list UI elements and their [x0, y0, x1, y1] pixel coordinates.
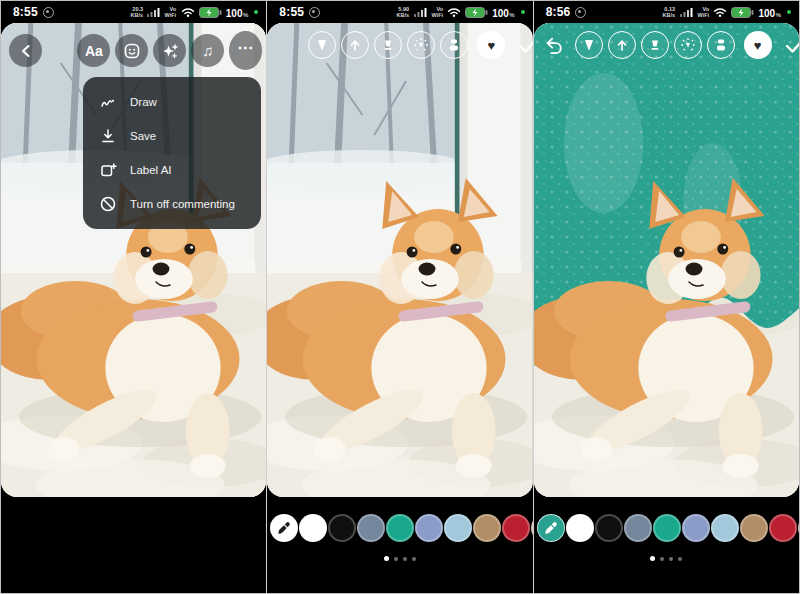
- net-speed: 5.90 KB/s: [396, 6, 409, 17]
- color-swatch[interactable]: [386, 514, 414, 542]
- color-swatch[interactable]: [531, 514, 532, 542]
- done-button[interactable]: [782, 32, 799, 58]
- eyedropper-button[interactable]: [537, 514, 565, 542]
- color-swatch[interactable]: [769, 514, 797, 542]
- eraser-tool-button[interactable]: [707, 31, 735, 59]
- color-swatch[interactable]: [444, 514, 472, 542]
- undo-button[interactable]: [542, 33, 566, 57]
- color-swatch[interactable]: [798, 514, 799, 542]
- status-right: 20.3 KB/s Vo WiFi 100%: [130, 3, 259, 21]
- status-bar: 8:55 5.90 KB/s Vo WiFi 100%: [267, 1, 532, 23]
- music-button[interactable]: ♫: [191, 34, 224, 67]
- check-icon: [517, 36, 532, 54]
- marker-icon: [380, 37, 396, 53]
- neon-tool-button[interactable]: [674, 31, 702, 59]
- pen-tool-button[interactable]: [575, 31, 603, 59]
- color-swatch[interactable]: [357, 514, 385, 542]
- neon-tool-button[interactable]: [407, 31, 435, 59]
- eraser-tool-button[interactable]: [440, 31, 468, 59]
- status-right: 5.90 KB/s Vo WiFi 100%: [396, 3, 525, 21]
- page-dot: [403, 557, 407, 561]
- color-bar: [534, 497, 799, 593]
- screen-draw-mode: 8:55 5.90 KB/s Vo WiFi 100%: [267, 1, 532, 593]
- menu-item-save[interactable]: Save: [99, 127, 253, 145]
- menu-item-draw[interactable]: Draw: [99, 93, 253, 111]
- battery-icon: [199, 7, 222, 18]
- status-right: 0.13 KB/s Vo WiFi 100%: [662, 3, 791, 21]
- sticker-button[interactable]: [115, 34, 148, 67]
- drawing-canvas[interactable]: ♥: [534, 23, 799, 497]
- menu-item-turn-off-commenting[interactable]: Turn off commenting: [99, 195, 253, 213]
- screen-drawn-result: 8:56 0.13 KB/s Vo WiFi 100%: [534, 1, 799, 593]
- color-swatch[interactable]: [740, 514, 768, 542]
- more-button[interactable]: ⋯: [229, 31, 262, 70]
- marker-tool-button[interactable]: [641, 31, 669, 59]
- heart-brush-button[interactable]: ♥: [477, 31, 505, 59]
- drawing-canvas[interactable]: ♥: [267, 23, 532, 497]
- color-swatch[interactable]: [328, 514, 356, 542]
- color-swatch[interactable]: [566, 514, 594, 542]
- color-swatch[interactable]: [595, 514, 623, 542]
- sparkles-icon: [161, 42, 179, 60]
- no-comment-icon: [99, 195, 117, 213]
- palette-page-dots: [534, 556, 799, 561]
- status-left: 8:55: [279, 5, 320, 19]
- pen-icon: [581, 37, 597, 53]
- draw-toolbar: ♥: [267, 31, 532, 59]
- story-canvas[interactable]: Aa ♫ ⋯ Draw Save Label AI: [1, 23, 266, 497]
- marker-tool-button[interactable]: [374, 31, 402, 59]
- wifi-text: WiFi: [431, 12, 443, 18]
- net-speed: 0.13 KB/s: [663, 6, 676, 17]
- signal-icon: [680, 7, 693, 17]
- music-icon: ♫: [202, 42, 213, 59]
- marker-icon: [647, 37, 663, 53]
- net-speed: 20.3 KB/s: [130, 6, 143, 17]
- color-swatch[interactable]: [415, 514, 443, 542]
- battery-percent: 100%: [492, 3, 515, 21]
- recorder-icon: [309, 7, 320, 18]
- menu-item-label-ai[interactable]: Label AI: [99, 161, 253, 179]
- effects-button[interactable]: [153, 34, 186, 67]
- eraser-icon: [713, 37, 729, 53]
- color-swatch[interactable]: [682, 514, 710, 542]
- arrow-tool-button[interactable]: [608, 31, 636, 59]
- chevron-left-icon: [18, 43, 34, 59]
- draw-icon: [99, 93, 117, 111]
- color-swatch[interactable]: [624, 514, 652, 542]
- battery-unit: %: [776, 12, 781, 18]
- back-button[interactable]: [9, 34, 42, 67]
- net-speed-unit: KB/s: [663, 12, 676, 18]
- color-swatch[interactable]: [502, 514, 530, 542]
- battery-value: 100: [758, 8, 775, 19]
- pen-tool-button[interactable]: [308, 31, 336, 59]
- status-left: 8:56: [546, 5, 587, 19]
- story-tools: Aa ♫ ⋯: [77, 31, 262, 70]
- recorder-icon: [575, 7, 586, 18]
- sticker-icon: [123, 42, 141, 60]
- arrow-tool-button[interactable]: [341, 31, 369, 59]
- color-swatch[interactable]: [653, 514, 681, 542]
- status-bar: 8:55 20.3 KB/s Vo WiFi 100%: [1, 1, 266, 23]
- screen-story-options: 8:55 20.3 KB/s Vo WiFi 100%: [1, 1, 266, 593]
- battery-unit: %: [509, 12, 514, 18]
- color-palette: [267, 514, 532, 542]
- net-speed-unit: KB/s: [130, 12, 143, 18]
- wifi-text: WiFi: [165, 12, 177, 18]
- eyedropper-button[interactable]: [270, 514, 298, 542]
- color-swatch[interactable]: [299, 514, 327, 542]
- battery-percent: 100%: [226, 3, 249, 21]
- color-swatch[interactable]: [473, 514, 501, 542]
- arrow-up-icon: [347, 37, 363, 53]
- status-bar: 8:56 0.13 KB/s Vo WiFi 100%: [534, 1, 799, 23]
- draw-toolbar: ♥: [534, 31, 799, 59]
- more-icon: ⋯: [237, 38, 254, 57]
- done-button[interactable]: [515, 32, 532, 58]
- check-icon: [784, 36, 799, 54]
- story-toolbar: Aa ♫ ⋯: [1, 31, 266, 70]
- composite-screenshot: 8:55 20.3 KB/s Vo WiFi 100%: [0, 0, 800, 594]
- clock: 8:56: [546, 5, 571, 19]
- text-tool-button[interactable]: Aa: [77, 34, 110, 67]
- color-swatch[interactable]: [711, 514, 739, 542]
- heart-brush-button[interactable]: ♥: [744, 31, 772, 59]
- battery-unit: %: [243, 12, 248, 18]
